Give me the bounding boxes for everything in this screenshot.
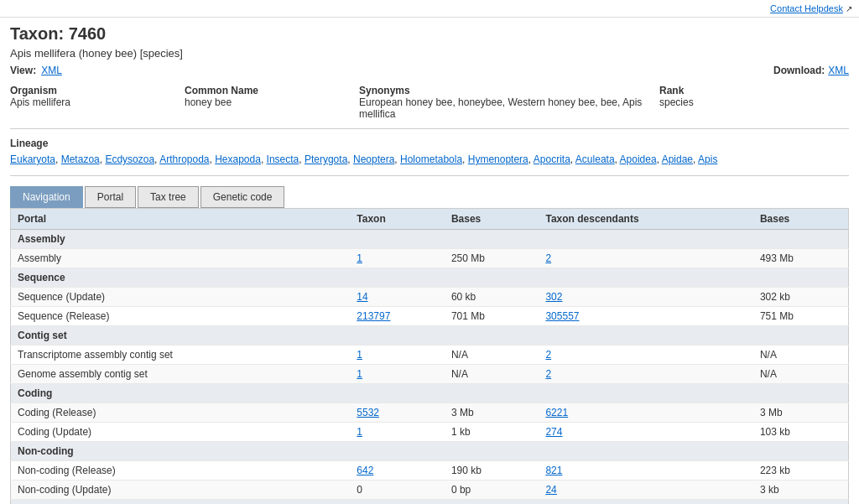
tab-genetic-code[interactable]: Genetic code <box>200 186 285 208</box>
tab-portal[interactable]: Portal <box>85 186 136 208</box>
taxon-cell: 642 <box>350 461 445 481</box>
taxon-link[interactable]: 1 <box>357 368 362 380</box>
taxon-cell: 1 <box>350 423 445 442</box>
descendants-link[interactable]: 821 <box>545 465 562 476</box>
lineage-link[interactable]: Arthropoda <box>159 153 209 165</box>
download-label: Download: <box>773 65 825 76</box>
tab-tax-tree[interactable]: Tax tree <box>138 186 199 208</box>
descendants-link[interactable]: 2 <box>545 368 551 380</box>
synonyms-value: European honey bee, honeybee, Western ho… <box>359 96 653 120</box>
view-label: View: <box>10 65 36 76</box>
descendants-link[interactable]: 302 <box>545 291 562 303</box>
desc-bases-cell: N/A <box>753 346 849 365</box>
table-row: Assembly1250 Mb2493 Mb <box>11 249 849 268</box>
table-row: Sequence (Update)1460 kb302302 kb <box>11 288 849 307</box>
taxon-link[interactable]: 5532 <box>357 407 379 418</box>
bases-cell: 0 bp <box>445 481 539 500</box>
portal-cell: Transcriptome assembly contig set <box>11 346 351 365</box>
tab-navigation[interactable]: Navigation <box>10 186 83 208</box>
page-title: Taxon: 7460 <box>10 24 849 44</box>
lineage-link[interactable]: Apoidea <box>620 153 657 165</box>
portal-cell: Coding (Update) <box>11 423 351 442</box>
taxon-cell: 1 <box>350 365 445 384</box>
table-row: Transcriptome assembly contig set1N/A2N/… <box>11 346 849 365</box>
descendants-cell: 302 <box>539 288 752 307</box>
descendants-cell: 274 <box>539 423 752 442</box>
descendants-link[interactable]: 2 <box>545 252 551 264</box>
lineage-link[interactable]: Apis <box>698 153 717 165</box>
data-table: PortalTaxonBasesTaxon descendantsBases A… <box>10 208 849 504</box>
descendants-cell: 2 <box>539 249 752 268</box>
bases-cell: 60 kb <box>445 288 539 307</box>
portal-cell: Sequence (Update) <box>11 288 351 307</box>
lineage-link[interactable]: Apocrita <box>534 153 570 165</box>
organism-label: Organism <box>10 85 178 96</box>
lineage-label: Lineage <box>10 138 849 149</box>
taxon-cell: 0 <box>350 481 445 500</box>
table-row: Genome assembly contig set1N/A2N/A <box>11 365 849 384</box>
descendants-link[interactable]: 6221 <box>545 407 568 418</box>
lineage-link[interactable]: Aculeata <box>575 153 615 165</box>
section-header: Contig set <box>11 326 849 346</box>
section-header: Assembly <box>11 230 849 249</box>
descendants-link[interactable]: 274 <box>545 426 562 438</box>
table-row: Coding (Release)55323 Mb62213 Mb <box>11 403 849 423</box>
external-link-icon: ↗ <box>846 4 852 13</box>
table-row: Non-coding (Update)00 bp243 kb <box>11 481 849 500</box>
descendants-cell: 24 <box>539 481 752 500</box>
taxon-link[interactable]: 642 <box>357 465 373 476</box>
descendants-cell: 6221 <box>539 403 752 423</box>
desc-bases-cell: 3 kb <box>753 481 849 500</box>
desc-bases-cell: 223 kb <box>753 461 849 481</box>
organism-value: Apis mellifera <box>10 96 178 108</box>
lineage-link[interactable]: Metazoa <box>61 153 100 165</box>
lineage-link[interactable]: Ecdysozoa <box>105 153 154 165</box>
table-row: Non-coding (Release)642190 kb821223 kb <box>11 461 849 481</box>
lineage-link[interactable]: Apidae <box>662 153 693 165</box>
portal-cell: Sequence (Release) <box>11 307 351 326</box>
descendants-link[interactable]: 24 <box>545 484 556 496</box>
view-xml-link[interactable]: XML <box>41 65 62 76</box>
download-xml-link[interactable]: XML <box>828 65 849 76</box>
taxon-cell: 1 <box>350 249 445 268</box>
portal-cell: Assembly <box>11 249 351 268</box>
rank-label: Rank <box>659 85 849 96</box>
desc-bases-cell: 751 Mb <box>753 307 849 326</box>
desc-bases-cell: 3 Mb <box>753 403 849 423</box>
lineage-link[interactable]: Holometabola <box>400 153 462 165</box>
descendants-cell: 305557 <box>539 307 752 326</box>
descendants-link[interactable]: 305557 <box>545 310 579 322</box>
lineage-values: Eukaryota, Metazoa, Ecdysozoa, Arthropod… <box>10 152 849 167</box>
portal-cell: Coding (Release) <box>11 403 351 423</box>
lineage-link[interactable]: Insecta <box>267 153 299 165</box>
lineage-link[interactable]: Eukaryota <box>10 153 55 165</box>
descendants-link[interactable]: 2 <box>545 349 551 361</box>
bases-cell: 190 kb <box>445 461 539 481</box>
descendants-cell: 2 <box>539 365 752 384</box>
lineage-link[interactable]: Hymenoptera <box>468 153 528 165</box>
desc-bases-cell: 103 kb <box>753 423 849 442</box>
table-row: Sequence (Release)213797701 Mb305557751 … <box>11 307 849 326</box>
synonyms-label: Synonyms <box>359 85 653 96</box>
descendants-cell: 821 <box>539 461 752 481</box>
table-header: PortalTaxonBasesTaxon descendantsBases <box>11 209 849 230</box>
lineage-link[interactable]: Neoptera <box>353 153 394 165</box>
taxon-cell: 5532 <box>350 403 445 423</box>
bases-cell: N/A <box>445 346 539 365</box>
section-header: Sequence <box>11 268 849 288</box>
tabs-row: NavigationPortalTax treeGenetic code <box>10 186 849 208</box>
bases-cell: N/A <box>445 365 539 384</box>
contact-helpdesk-link[interactable]: Contact Helpdesk <box>770 3 846 13</box>
species-name: Apis mellifera (honey bee) [species] <box>10 47 849 60</box>
lineage-link[interactable]: Hexapoda <box>215 153 261 165</box>
taxon-link[interactable]: 1 <box>357 252 362 264</box>
lineage-link[interactable]: Pterygota <box>305 153 347 165</box>
taxon-cell: 1 <box>350 346 445 365</box>
taxon-link[interactable]: 1 <box>357 426 362 438</box>
desc-bases-cell: 302 kb <box>753 288 849 307</box>
taxon-link[interactable]: 213797 <box>357 310 390 322</box>
taxon-cell: 213797 <box>350 307 445 326</box>
taxon-link[interactable]: 14 <box>357 291 367 303</box>
taxon-link[interactable]: 1 <box>357 349 362 361</box>
desc-bases-cell: 493 Mb <box>753 249 849 268</box>
